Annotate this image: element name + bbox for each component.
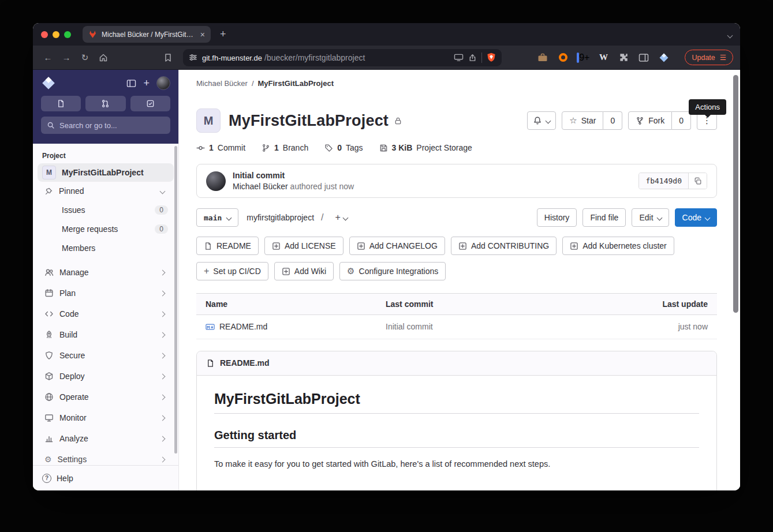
bookmark-icon[interactable] [160, 50, 176, 66]
plus-square-icon [458, 242, 467, 250]
sidebar-item-merge-requests[interactable]: Merge requests 0 [38, 219, 174, 238]
branch-selector[interactable]: main [196, 208, 238, 227]
sidebar-item-build[interactable]: Build [38, 324, 174, 345]
new-tab-button[interactable]: + [220, 28, 226, 40]
history-button[interactable]: History [537, 208, 577, 227]
search-input[interactable]: Search or go to... [41, 117, 170, 134]
sidebar-item-secure[interactable]: Secure [38, 345, 174, 366]
sidebar-item-analyze[interactable]: Analyze [38, 428, 174, 449]
storage-stat[interactable]: 3 KiB Project Storage [379, 143, 472, 152]
site-logo-extension-icon[interactable] [658, 51, 670, 64]
breadcrumb-current[interactable]: MyFirstGitLabProject [258, 79, 334, 88]
sidebar-toggle-icon[interactable] [637, 51, 650, 64]
commit-title[interactable]: Initial commit [233, 171, 354, 180]
branches-stat[interactable]: 1 Branch [262, 143, 308, 152]
url-text[interactable]: git.fh-muenster.de/buecker/myfirstgitlab… [202, 53, 449, 62]
back-icon[interactable]: ← [40, 50, 56, 66]
column-header-name[interactable]: Name [196, 294, 376, 315]
sidebar-scrollbar[interactable] [174, 146, 177, 454]
shortcut-merge-requests-button[interactable] [85, 96, 125, 111]
browser-tab[interactable]: Michael Bücker / MyFirstGitLabProject × [83, 26, 211, 43]
minimize-window-button[interactable] [53, 31, 59, 38]
users-icon [42, 268, 54, 277]
commits-stat[interactable]: 1 Commit [196, 143, 245, 152]
edit-dropdown-button[interactable]: Edit [632, 208, 669, 227]
commit-meta: authored just now [290, 182, 354, 191]
star-button[interactable]: ☆ Star [562, 111, 603, 130]
tags-stat[interactable]: 0 Tags [324, 143, 363, 152]
deploy-label: Deploy [59, 372, 155, 381]
w-extension-icon[interactable]: W [597, 51, 610, 64]
orange-ring-extension-icon[interactable] [557, 51, 569, 64]
tab-list-chevron-icon[interactable] [728, 29, 732, 40]
column-header-last-commit[interactable]: Last commit [376, 294, 547, 315]
site-settings-icon[interactable] [189, 53, 197, 62]
home-icon[interactable] [95, 50, 111, 66]
reload-icon[interactable]: ↻ [77, 50, 93, 66]
brave-shield-icon[interactable] [487, 53, 496, 62]
configure-integrations-button[interactable]: ⚙ Configure Integrations [339, 262, 446, 280]
row-last-commit[interactable]: Initial commit [386, 322, 433, 331]
rocket-icon [42, 330, 54, 339]
instance-logo-icon[interactable] [41, 76, 56, 91]
commit-author-avatar[interactable] [206, 171, 226, 191]
sidebar-item-plan[interactable]: Plan [38, 283, 174, 304]
add-license-button[interactable]: Add LICENSE [264, 237, 343, 255]
forward-icon[interactable]: → [58, 50, 74, 66]
zoom-window-button[interactable] [64, 31, 71, 38]
browser-update-button[interactable]: Update ☰ [685, 50, 733, 65]
sidebar-item-deploy[interactable]: Deploy [38, 366, 174, 387]
add-kubernetes-cluster-button[interactable]: Add Kubernetes cluster [562, 237, 674, 255]
star-count[interactable]: 0 [603, 111, 622, 130]
sidebar-item-issues[interactable]: Issues 0 [38, 200, 174, 219]
create-new-icon[interactable]: + [143, 77, 150, 89]
user-avatar[interactable] [156, 76, 170, 90]
close-window-button[interactable] [41, 31, 48, 38]
url-bar[interactable]: git.fh-muenster.de/buecker/myfirstgitlab… [183, 49, 502, 66]
commit-author[interactable]: Michael Bücker [233, 182, 288, 191]
sidebar-item-pinned[interactable]: Pinned [38, 182, 174, 200]
fork-count[interactable]: 0 [672, 111, 691, 130]
file-link[interactable]: README.md [206, 322, 267, 331]
add-changelog-button[interactable]: Add CHANGELOG [349, 237, 445, 255]
shortcut-todo-button[interactable] [130, 96, 170, 111]
sidebar-item-current-project[interactable]: M MyFirstGitLabProject [38, 163, 174, 182]
sidebar-item-monitor[interactable]: Monitor [38, 407, 174, 428]
members-label: Members [62, 243, 168, 253]
add-wiki-button[interactable]: Add Wiki [274, 262, 334, 280]
column-header-last-update[interactable]: Last update [547, 294, 717, 315]
puzzle-extensions-icon[interactable] [617, 51, 630, 64]
sidebar-item-operate[interactable]: Operate [38, 387, 174, 407]
readme-button[interactable]: README [196, 237, 259, 255]
sidebar-help-button[interactable]: Help [33, 465, 178, 490]
repo-path[interactable]: myfirstgitlabproject [247, 213, 314, 222]
add-contributing-label: Add CONTRIBUTING [471, 241, 549, 250]
main-scrollbar[interactable] [733, 75, 738, 313]
shortcut-issues-button[interactable] [41, 96, 81, 111]
readme-card-header[interactable]: README.md [197, 351, 716, 376]
sidebar-item-code[interactable]: Code [38, 304, 174, 324]
tab-close-icon[interactable]: × [200, 30, 205, 39]
collapse-sidebar-icon[interactable] [126, 79, 136, 88]
monitor-icon [42, 413, 54, 422]
chevron-right-icon [160, 436, 166, 441]
share-icon[interactable] [468, 53, 477, 62]
add-file-dropdown[interactable]: + [330, 209, 352, 226]
sidebar-item-members[interactable]: Members [38, 238, 174, 257]
find-file-button[interactable]: Find file [582, 208, 626, 227]
sidebar-item-settings[interactable]: ⚙ Settings [38, 449, 174, 465]
setup-cicd-button[interactable]: + Set up CI/CD [196, 262, 268, 280]
menu-hamburger-icon: ☰ [720, 53, 726, 62]
breadcrumb-parent[interactable]: Michael Bücker [196, 79, 248, 88]
sidebar-item-manage[interactable]: Manage [38, 262, 174, 283]
briefcase-extension-icon[interactable] [536, 51, 549, 64]
chevron-right-icon [160, 394, 166, 400]
blue-extension-icon[interactable]: 9+ [577, 51, 589, 64]
notifications-button[interactable] [527, 111, 556, 130]
copy-sha-button[interactable] [688, 173, 707, 189]
add-contributing-button[interactable]: Add CONTRIBUTING [451, 237, 557, 255]
media-device-icon[interactable] [454, 53, 464, 62]
code-dropdown-button[interactable]: Code [675, 208, 717, 227]
table-row[interactable]: README.md Initial commit just now [196, 315, 717, 339]
fork-button[interactable]: Fork [628, 111, 672, 130]
